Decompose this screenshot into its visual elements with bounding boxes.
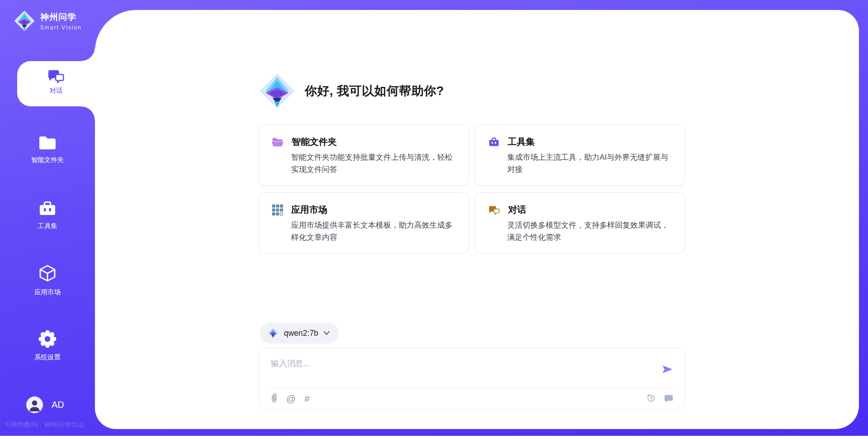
folder-icon bbox=[38, 135, 57, 151]
composer-tools: @ # bbox=[271, 393, 310, 404]
sidebar-item-label: 对话 bbox=[17, 86, 95, 95]
user-name: AD bbox=[52, 400, 64, 410]
sidebar: 神州问学 Smart Vision 对话 智能文件夹 bbox=[0, 0, 95, 436]
card-title: 工具集 bbox=[508, 136, 535, 148]
send-icon[interactable] bbox=[661, 363, 674, 375]
composer-right-tools bbox=[646, 393, 674, 403]
card-smart-folder[interactable]: 智能文件夹 智能文件夹功能支持批量文件上传与清洗，轻松实现文件问答 bbox=[259, 124, 469, 186]
feature-cards: 智能文件夹 智能文件夹功能支持批量文件上传与清洗，轻松实现文件问答 工具集 集成… bbox=[259, 124, 686, 253]
diamond-logo-icon bbox=[267, 327, 279, 339]
concave-corner-top bbox=[81, 48, 95, 61]
message-input[interactable] bbox=[271, 356, 651, 371]
card-description: 智能文件夹功能支持批量文件上传与清洗，轻松实现文件问答 bbox=[291, 151, 457, 176]
composer-divider bbox=[270, 387, 674, 388]
chat-bubbles-icon bbox=[488, 205, 500, 215]
card-title: 应用市场 bbox=[291, 204, 327, 216]
chat-icon bbox=[47, 68, 66, 84]
greeting-title: 你好, 我可以如何帮助你? bbox=[305, 83, 444, 99]
brand-title: 神州问学 bbox=[40, 11, 82, 23]
gear-icon bbox=[38, 329, 57, 348]
sidebar-item-chat[interactable]: 对话 bbox=[17, 61, 95, 106]
chevron-down-icon bbox=[323, 331, 330, 335]
sidebar-item-settings[interactable]: 系统设置 bbox=[0, 329, 95, 362]
card-toolset[interactable]: 工具集 集成市场上主流工具，助力AI与外界无缝扩展与对接 bbox=[475, 124, 685, 186]
at-icon[interactable]: @ bbox=[286, 393, 296, 404]
model-selector[interactable]: qwen2:7b bbox=[260, 323, 339, 344]
sidebar-item-label: 智能文件夹 bbox=[0, 156, 95, 164]
card-description: 灵活切换多模型文件，支持多样回复效果调试，满足个性化需求 bbox=[507, 219, 673, 243]
model-name: qwen2:7b bbox=[284, 329, 318, 338]
toolbox-icon bbox=[38, 199, 57, 217]
card-title: 智能文件夹 bbox=[292, 136, 337, 148]
user-profile[interactable]: AD bbox=[26, 396, 64, 413]
card-title: 对话 bbox=[508, 204, 526, 216]
app-grid-icon bbox=[272, 204, 283, 216]
chat-bubble-icon[interactable] bbox=[664, 394, 674, 403]
history-icon[interactable] bbox=[646, 393, 656, 403]
sidebar-item-label: 应用市场 bbox=[0, 288, 95, 296]
diamond-logo-icon bbox=[259, 72, 296, 110]
message-composer: @ # bbox=[259, 348, 685, 410]
hash-icon[interactable]: # bbox=[304, 393, 310, 404]
sidebar-item-label: 系统设置 bbox=[0, 353, 95, 362]
paperclip-icon[interactable] bbox=[271, 393, 278, 404]
app-window: 神州问学 Smart Vision 对话 智能文件夹 bbox=[0, 0, 868, 439]
greeting: 你好, 我可以如何帮助你? bbox=[259, 72, 444, 110]
card-description: 集成市场上主流工具，助力AI与外界无缝扩展与对接 bbox=[507, 151, 673, 176]
copyright-footer: ©神州数码 · 神州问学出品 bbox=[5, 420, 85, 429]
sidebar-item-smart-folder[interactable]: 智能文件夹 bbox=[0, 135, 95, 164]
card-description: 应用市场提供丰富长文本模板，助力高效生成多样化文章内容 bbox=[291, 219, 457, 243]
brand-logo: 神州问学 Smart Vision bbox=[14, 9, 82, 33]
avatar-icon bbox=[26, 396, 43, 413]
briefcase-icon bbox=[488, 136, 500, 148]
card-chat[interactable]: 对话 灵活切换多模型文件，支持多样回复效果调试，满足个性化需求 bbox=[475, 192, 685, 253]
brand-subtitle: Smart Vision bbox=[40, 24, 82, 31]
folder-open-icon bbox=[272, 137, 284, 148]
brand-diamond-icon bbox=[14, 9, 35, 33]
sidebar-item-app-market[interactable]: 应用市场 bbox=[0, 263, 95, 296]
sidebar-item-toolset[interactable]: 工具集 bbox=[0, 199, 95, 230]
card-app-market[interactable]: 应用市场 应用市场提供丰富长文本模板，助力高效生成多样化文章内容 bbox=[259, 192, 469, 253]
cube-icon bbox=[38, 263, 57, 283]
main-panel: 你好, 我可以如何帮助你? 智能文件夹 智能文件夹功能支持批量文件上传与清洗，轻… bbox=[95, 10, 859, 429]
sidebar-item-label: 工具集 bbox=[0, 222, 95, 230]
concave-corner-bottom bbox=[81, 106, 95, 120]
